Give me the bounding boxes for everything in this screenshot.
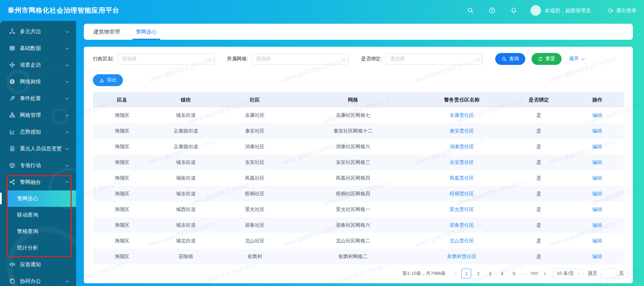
- logout-button[interactable]: 退出登录: [607, 7, 636, 14]
- help-icon[interactable]: [489, 7, 496, 14]
- edit-link[interactable]: 编辑: [592, 254, 602, 259]
- table-cell: 前窦村责任区: [417, 249, 507, 264]
- reset-button[interactable]: 重置: [532, 53, 562, 65]
- sidebar-subitem-警网连心[interactable]: 警网连心: [7, 190, 76, 207]
- table-cell: 海陵区: [93, 107, 151, 123]
- responsibility-area-link[interactable]: 北山责任区: [449, 238, 474, 243]
- page-ellipsis[interactable]: ···: [521, 271, 527, 276]
- table-cell: 梧桐社区网格四: [289, 186, 417, 202]
- chevron-down-icon: [66, 80, 69, 83]
- menu-group: 专项行动: [0, 157, 76, 174]
- menu-group: 多元共治: [0, 23, 76, 40]
- bell-icon[interactable]: [510, 7, 517, 14]
- edit-link[interactable]: 编辑: [592, 191, 602, 196]
- sidebar-item-态势感知[interactable]: 态势感知: [0, 123, 76, 140]
- sidebar-item-网络舆情[interactable]: 网络舆情: [0, 73, 76, 90]
- jump-input[interactable]: [600, 269, 616, 278]
- responsibility-area-link[interactable]: 润泰责任区: [449, 144, 474, 149]
- edit-link[interactable]: 编辑: [592, 206, 602, 212]
- responsibility-area-link[interactable]: 梧桐责任区: [449, 191, 474, 196]
- page-number-3[interactable]: 3: [485, 269, 495, 278]
- filter-select-2[interactable]: 请选择: [386, 53, 483, 65]
- filter-group-1: 所属网格:请选择: [227, 53, 349, 65]
- export-button[interactable]: 导出: [93, 74, 123, 86]
- person-file-icon: [9, 145, 15, 152]
- sidebar-item-应急通知[interactable]: 应急通知: [0, 256, 76, 273]
- page-number-1[interactable]: 1: [461, 269, 471, 278]
- edit-link[interactable]: 编辑: [592, 144, 602, 149]
- menu-group: 重点人员信息变更: [0, 140, 76, 157]
- search-button[interactable]: 查询: [495, 53, 525, 65]
- table-row: 海陵区城南街道凤凰社区凤凰社区网格四凤凰责任区是编辑: [93, 170, 624, 186]
- edit-link[interactable]: 编辑: [592, 128, 602, 134]
- prev-page-button[interactable]: ‹: [451, 269, 460, 278]
- expand-link[interactable]: 展开: [569, 56, 584, 62]
- page-number-4[interactable]: 4: [497, 269, 507, 278]
- next-page-button[interactable]: ›: [540, 269, 549, 278]
- responsibility-area-link[interactable]: 景光责任区: [449, 206, 474, 212]
- tab-警网连心[interactable]: 警网连心: [136, 24, 157, 40]
- sidebar-item-事件处置[interactable]: 事件处置: [0, 90, 76, 107]
- edit-link[interactable]: 编辑: [592, 175, 602, 181]
- responsibility-area-link[interactable]: 凤凰责任区: [449, 175, 474, 181]
- filter-select-0[interactable]: 请选择: [117, 53, 214, 65]
- table-cell: 景光社区: [220, 202, 290, 217]
- page-size-select[interactable]: 10 条/页: [553, 269, 583, 278]
- column-header: 社区: [220, 92, 290, 107]
- active-indicator: [0, 193, 2, 204]
- table-cell: 梧桐责任区: [417, 186, 507, 202]
- edit-link[interactable]: 编辑: [592, 222, 602, 228]
- pagination: 第1-10条，共7066条 ‹ 12345···707 › 10 条/页 跳至 …: [402, 269, 624, 278]
- table-cell: 迎春社区网格六: [289, 217, 417, 233]
- sidebar-item-重点人员信息变更[interactable]: 重点人员信息变更: [0, 140, 76, 157]
- sidebar-item-多元共治[interactable]: 多元共治: [0, 23, 76, 40]
- search-icon[interactable]: [467, 7, 474, 14]
- responsibility-area-link[interactable]: 泰安责任区: [449, 128, 474, 134]
- chevron-down-icon: [66, 29, 69, 33]
- filter-group-2: 是否绑定:请选择: [361, 53, 483, 65]
- select-placeholder: 请选择: [122, 56, 137, 62]
- table-cell: 东安责任区: [417, 155, 507, 170]
- page-number-2[interactable]: 2: [473, 269, 483, 278]
- sidebar-item-协同办公[interactable]: 协同办公: [0, 273, 76, 286]
- edit-link[interactable]: 编辑: [592, 238, 602, 243]
- sidebar-subitem-联动查询[interactable]: 联动查询: [0, 207, 76, 223]
- table-cell: 迎春责任区: [417, 217, 507, 233]
- sidebar-item-网格管理[interactable]: 网格管理: [0, 107, 76, 123]
- page-number-707[interactable]: 707: [529, 269, 539, 278]
- responsibility-area-link[interactable]: 东安责任区: [449, 159, 474, 165]
- responsibility-area-link[interactable]: 迎春责任区: [449, 222, 474, 228]
- chevron-down-icon: [342, 57, 345, 60]
- table-cell: 海陵区: [93, 139, 151, 155]
- sidebar-subitem-统计分析[interactable]: 统计分析: [0, 240, 76, 256]
- filter-select-1[interactable]: 请选择: [251, 53, 349, 65]
- table-cell: 是: [507, 123, 571, 139]
- edit-link[interactable]: 编辑: [592, 159, 602, 165]
- sidebar-item-警网融合[interactable]: 警网融合: [0, 174, 76, 190]
- page-number-5[interactable]: 5: [509, 269, 519, 278]
- table-cell: 是: [507, 202, 571, 217]
- responsibility-area-link[interactable]: 东康责任区: [449, 112, 474, 118]
- table-cell: 苏陈镇: [151, 249, 220, 264]
- table-cell: 是: [507, 107, 571, 123]
- edit-link[interactable]: 编辑: [592, 112, 602, 118]
- sidebar-item-巡查走访[interactable]: 巡查走访: [0, 57, 76, 73]
- cube-icon: [9, 162, 15, 168]
- header-right: 欢迎您，超级管理员 退出登录: [452, 5, 637, 16]
- filter-row: 行政区划:请选择所属网格:请选择是否绑定:请选择 查询 重置 展开: [93, 53, 624, 65]
- tab-建筑物管理[interactable]: 建筑物管理: [94, 24, 120, 40]
- table-cell: 东安社区网格三: [289, 155, 417, 170]
- sidebar-item-专项行动[interactable]: 专项行动: [0, 157, 76, 174]
- chevron-down-icon: [66, 146, 69, 150]
- chevron-up-icon: [66, 181, 69, 184]
- sidebar-item-基础数据[interactable]: 基础数据: [0, 40, 76, 57]
- sidebar-subitem-警格查询[interactable]: 警格查询: [0, 223, 76, 240]
- export-button-label: 导出: [107, 77, 117, 83]
- expand-label: 展开: [569, 56, 579, 62]
- data-table: 区县镇街社区网格警务责任区名称是否绑定操作 海陵区城东街道东康社区东康社区网格七…: [93, 92, 624, 264]
- avatar[interactable]: [530, 5, 541, 16]
- menu-group: 态势感知: [0, 123, 76, 140]
- app-title: 泰州市网格化社会治理智能应用平台: [8, 6, 119, 15]
- menu-group: 巡查走访: [0, 57, 76, 73]
- responsibility-area-link[interactable]: 前窦村责任区: [447, 254, 476, 259]
